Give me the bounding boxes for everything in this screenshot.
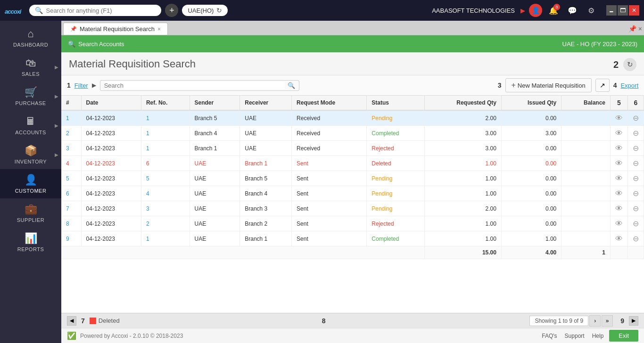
cell-view-icon[interactable]: 👁 <box>611 126 628 141</box>
cell-action-icon[interactable]: ⊖ <box>628 156 644 171</box>
cell-ref[interactable]: 1 <box>141 110 190 126</box>
minimize-button[interactable]: 🗕 <box>606 5 617 16</box>
cell-action-icon[interactable]: ⊖ <box>628 186 644 201</box>
global-search-input[interactable] <box>46 7 149 14</box>
toolbar-number-3: 3 <box>498 82 502 89</box>
new-material-requisition-button[interactable]: + New Material Requisition <box>505 78 592 92</box>
refresh-button[interactable]: ↻ <box>623 58 636 71</box>
cell-mode: Received <box>292 110 367 126</box>
export-icon-button[interactable]: ↗ <box>595 79 610 92</box>
table-row[interactable]: 6 04-12-2023 4 UAE Branch 4 Sent Pending… <box>61 186 644 201</box>
cell-mode: Sent <box>292 231 367 246</box>
green-bar: 🔍 Search Accounts UAE - HO (FY 2023 - 20… <box>61 35 644 52</box>
total-balance: 1 <box>561 246 611 259</box>
cell-view-icon[interactable]: 👁 <box>611 201 628 216</box>
filter-play-button[interactable]: ▶ <box>92 82 96 89</box>
filter-button[interactable]: Filter <box>74 82 88 89</box>
cell-view-icon[interactable]: 👁 <box>611 231 628 246</box>
cell-ref[interactable]: 4 <box>141 186 190 201</box>
sidebar-item-inventory[interactable]: 📦 INVENTORY ▶ <box>0 140 61 169</box>
cell-ref[interactable]: 3 <box>141 201 190 216</box>
table-header-row: # Date Ref. No. Sender Receiver Request … <box>61 96 644 110</box>
cell-ref[interactable]: 1 <box>141 141 190 156</box>
tab-close-right-icon[interactable]: × <box>638 25 642 33</box>
sidebar-label-sales: SALES <box>22 71 40 77</box>
search-input[interactable] <box>104 82 285 89</box>
inventory-icon: 📦 <box>25 145 37 157</box>
table-row[interactable]: 4 04-12-2023 6 UAE Branch 1 Sent Deleted… <box>61 156 644 171</box>
sidebar-item-supplier[interactable]: 💼 SUPPLIER <box>0 198 61 228</box>
tab-close-icon[interactable]: × <box>157 26 161 33</box>
sidebar-item-customer[interactable]: 👤 CUSTOMER <box>0 169 61 198</box>
cell-ref[interactable]: 1 <box>141 126 190 141</box>
tab-material-requisition[interactable]: 📌 Material Requisition Search × <box>63 23 168 35</box>
add-button[interactable]: + <box>165 4 178 17</box>
cell-action-icon[interactable]: ⊖ <box>628 216 644 231</box>
table-row[interactable]: 3 04-12-2023 1 Branch 1 UAE Received Rej… <box>61 141 644 156</box>
search-accounts-icon: 🔍 <box>68 41 75 48</box>
cell-ref[interactable]: 6 <box>141 156 190 171</box>
cell-view-icon[interactable]: 👁 <box>611 141 628 156</box>
cell-issued-qty: 0.00 <box>501 216 561 231</box>
messages-button[interactable]: 💬 <box>565 3 580 18</box>
cell-view-icon[interactable]: 👁 <box>611 110 628 126</box>
avatar-button[interactable]: 👤 <box>529 4 542 17</box>
tab-pin-icon: 📌 <box>70 26 77 32</box>
cell-action-icon[interactable]: ⊖ <box>628 126 644 141</box>
sidebar-item-reports[interactable]: 📊 REPORTS <box>0 228 61 257</box>
maximize-button[interactable]: 🗖 <box>618 5 628 16</box>
col-balance: Balance <box>561 96 611 110</box>
cell-status: Rejected <box>367 216 424 231</box>
table-row[interactable]: 8 04-12-2023 2 UAE Branch 2 Sent Rejecte… <box>61 216 644 231</box>
notifications-button[interactable]: 🔔 8 <box>546 3 561 18</box>
deleted-color-swatch <box>90 318 96 324</box>
company-refresh-icon[interactable]: ↻ <box>216 7 222 14</box>
table-row[interactable]: 9 04-12-2023 1 UAE Branch 1 Sent Complet… <box>61 231 644 246</box>
cell-action-icon[interactable]: ⊖ <box>628 110 644 126</box>
cell-ref[interactable]: 1 <box>141 231 190 246</box>
exit-button[interactable]: Exit <box>609 330 638 342</box>
sidebar-item-dashboard[interactable]: ⌂ DASHBOARD <box>0 23 61 52</box>
help-link[interactable]: Help <box>592 333 604 339</box>
table-row[interactable]: 2 04-12-2023 1 Branch 4 UAE Received Com… <box>61 126 644 141</box>
cell-sender: Branch 4 <box>190 126 240 141</box>
tab-label: Material Requisition Search <box>80 25 155 33</box>
search-accounts-btn[interactable]: 🔍 Search Accounts <box>68 41 124 48</box>
cell-action-icon[interactable]: ⊖ <box>628 141 644 156</box>
scroll-left-button[interactable]: ◀ <box>67 316 76 326</box>
cell-action-icon[interactable]: ⊖ <box>628 231 644 246</box>
cell-sender: UAE <box>190 156 240 171</box>
global-search-bar[interactable]: 🔍 <box>29 5 161 16</box>
pagination-next-button[interactable]: › <box>589 315 601 327</box>
cell-view-icon[interactable]: 👁 <box>611 171 628 186</box>
table-row[interactable]: 5 04-12-2023 5 UAE Branch 5 Sent Pending… <box>61 171 644 186</box>
cell-sender: UAE <box>190 171 240 186</box>
export-button[interactable]: Export <box>620 82 638 89</box>
support-link[interactable]: Support <box>565 333 585 339</box>
cell-mode: Sent <box>292 201 367 216</box>
search-accounts-label: Search Accounts <box>78 41 124 48</box>
settings-button[interactable]: ⚙ <box>584 3 599 18</box>
accounts-icon: 🖩 <box>25 115 36 128</box>
cell-action-icon[interactable]: ⊖ <box>628 201 644 216</box>
sidebar-item-purchase[interactable]: 🛒 PURCHASE ▶ <box>0 82 61 111</box>
cell-view-icon[interactable]: 👁 <box>611 186 628 201</box>
cell-ref[interactable]: 2 <box>141 216 190 231</box>
cell-issued-qty: 1.00 <box>501 231 561 246</box>
sidebar-item-sales[interactable]: 🛍 SALES ▶ <box>0 52 61 82</box>
tab-pin-right-icon[interactable]: 📌 <box>628 25 636 33</box>
table-row[interactable]: 7 04-12-2023 3 UAE Branch 3 Sent Pending… <box>61 201 644 216</box>
cell-ref[interactable]: 5 <box>141 171 190 186</box>
faq-link[interactable]: FAQ's <box>542 333 557 339</box>
cell-view-icon[interactable]: 👁 <box>611 156 628 171</box>
company-selector[interactable]: UAE(HO) ↻ <box>182 5 228 16</box>
scroll-right-button[interactable]: ▶ <box>629 316 638 326</box>
cell-action-icon[interactable]: ⊖ <box>628 171 644 186</box>
close-button[interactable]: ✕ <box>629 5 639 16</box>
inventory-arrow-icon: ▶ <box>55 152 58 157</box>
cell-balance <box>561 171 611 186</box>
sidebar-item-accounts[interactable]: 🖩 ACCOUNTS ▶ <box>0 111 61 140</box>
cell-view-icon[interactable]: 👁 <box>611 216 628 231</box>
pagination-last-button[interactable]: » <box>602 315 613 327</box>
table-row[interactable]: 1 04-12-2023 1 Branch 5 UAE Received Pen… <box>61 110 644 126</box>
